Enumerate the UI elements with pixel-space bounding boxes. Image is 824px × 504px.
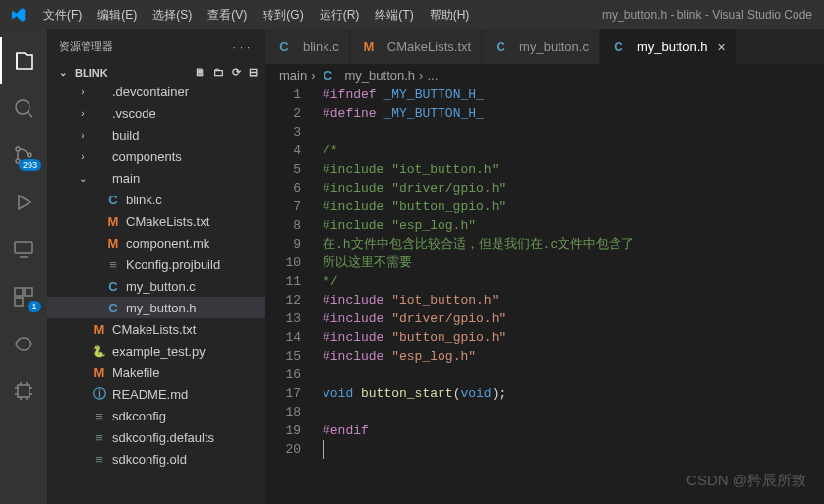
editor-tab[interactable]: Cblink.c bbox=[265, 29, 350, 64]
chevron-down-icon: ⌄ bbox=[75, 173, 90, 184]
tree-item-label: blink.c bbox=[126, 193, 162, 207]
collapse-icon[interactable]: ⊟ bbox=[249, 66, 258, 79]
code-line: /* bbox=[323, 141, 824, 160]
menu-item[interactable]: 编辑(E) bbox=[89, 0, 145, 29]
c-file-icon: C bbox=[320, 68, 337, 83]
line-number: 4 bbox=[265, 141, 301, 160]
line-number: 20 bbox=[265, 440, 301, 459]
chevron-right-icon: › bbox=[75, 108, 90, 119]
tab-label: my_button.c bbox=[519, 39, 589, 54]
file-sdkconfig-old[interactable]: ≡sdkconfig.old bbox=[47, 448, 265, 470]
scm-badge: 293 bbox=[19, 159, 41, 171]
debug-icon[interactable] bbox=[0, 179, 47, 226]
tree-item-label: main bbox=[112, 171, 140, 186]
editor-tab[interactable]: MCMakeLists.txt bbox=[350, 29, 482, 64]
file-makefile[interactable]: MMakefile bbox=[47, 362, 265, 383]
line-number: 3 bbox=[265, 123, 301, 141]
tree-item-label: my_button.c bbox=[126, 279, 196, 294]
close-icon[interactable]: × bbox=[717, 39, 725, 55]
menu-item[interactable]: 转到(G) bbox=[255, 0, 311, 29]
editor-tab[interactable]: Cmy_button.h× bbox=[600, 29, 736, 64]
file-type-icon: ≡ bbox=[90, 409, 108, 423]
file-my-button-c[interactable]: Cmy_button.c bbox=[47, 275, 265, 297]
line-number: 11 bbox=[265, 272, 301, 291]
menu-item[interactable]: 选择(S) bbox=[145, 0, 200, 29]
tree-item-label: component.mk bbox=[126, 236, 209, 251]
chevron-down-icon: ⌄ bbox=[55, 67, 71, 78]
breadcrumb[interactable]: main › C my_button.h › ... bbox=[265, 64, 824, 85]
file-type-icon: M bbox=[90, 322, 108, 337]
new-file-icon[interactable]: 🗎 bbox=[195, 66, 206, 79]
tree-item-label: my_button.h bbox=[126, 301, 197, 315]
source-control-icon[interactable]: 293 bbox=[0, 132, 47, 179]
line-number: 18 bbox=[265, 403, 301, 421]
menu-bar: 文件(F)编辑(E)选择(S)查看(V)转到(G)运行(R)终端(T)帮助(H) bbox=[35, 0, 477, 29]
line-number: 16 bbox=[265, 365, 301, 384]
file-my-button-h[interactable]: Cmy_button.h bbox=[47, 297, 265, 318]
code-line bbox=[323, 365, 824, 384]
menu-item[interactable]: 终端(T) bbox=[367, 0, 421, 29]
sidebar-more-icon[interactable]: ··· bbox=[233, 41, 254, 53]
file-type-icon: M bbox=[104, 236, 122, 251]
tab-label: blink.c bbox=[303, 39, 339, 54]
code-line: #include "driver/gpio.h" bbox=[323, 179, 824, 197]
breadcrumb-seg: main bbox=[279, 68, 307, 83]
file-component-mk[interactable]: Mcomponent.mk bbox=[47, 232, 265, 253]
code-line: #include "iot_button.h" bbox=[323, 160, 824, 179]
file-type-icon: ≡ bbox=[90, 430, 108, 445]
tree-item-label: sdkconfig bbox=[112, 409, 166, 423]
file-kconfig[interactable]: ≡Kconfig.projbuild bbox=[47, 253, 265, 275]
chevron-right-icon: › bbox=[419, 68, 423, 83]
root-label: BLINK bbox=[75, 67, 108, 79]
file-blink-c[interactable]: Cblink.c bbox=[47, 189, 265, 210]
file-example-test[interactable]: 🐍example_test.py bbox=[47, 340, 265, 362]
editor-tab[interactable]: Cmy_button.c bbox=[482, 29, 600, 64]
espressif-icon[interactable] bbox=[0, 320, 47, 367]
menu-item[interactable]: 帮助(H) bbox=[422, 0, 478, 29]
chevron-right-icon: › bbox=[75, 130, 90, 140]
chip-icon[interactable] bbox=[0, 367, 47, 415]
tree-item-label: sdkconfig.defaults bbox=[112, 430, 214, 445]
file-tree: ›.devcontainer›.vscode›build›components⌄… bbox=[47, 81, 265, 504]
line-number: 19 bbox=[265, 421, 301, 440]
file-sdkconfig[interactable]: ≡sdkconfig bbox=[47, 405, 265, 426]
code-editor[interactable]: 1234567891011121314151617181920 #ifndef … bbox=[265, 85, 824, 504]
remote-icon[interactable] bbox=[0, 226, 47, 273]
file-type-icon: M bbox=[104, 214, 122, 229]
menu-item[interactable]: 文件(F) bbox=[35, 0, 89, 29]
file-type-icon: 🐍 bbox=[90, 345, 108, 358]
extensions-icon[interactable]: 1 bbox=[0, 273, 47, 320]
file-type-icon: C bbox=[104, 301, 122, 315]
file-type-icon: ≡ bbox=[104, 257, 122, 272]
folder-vscode[interactable]: ›.vscode bbox=[47, 102, 265, 124]
file-type-icon: C bbox=[104, 279, 122, 294]
sidebar: 资源管理器 ··· ⌄ BLINK 🗎 🗀 ⟳ ⊟ ›.devcontainer… bbox=[47, 29, 265, 504]
code-content: #ifndef _MY_BUTTON_H_#define _MY_BUTTON_… bbox=[315, 85, 824, 504]
tree-item-label: Kconfig.projbuild bbox=[126, 257, 220, 272]
folder-devcontainer[interactable]: ›.devcontainer bbox=[47, 81, 265, 102]
code-line: #include "esp_log.h" bbox=[323, 347, 824, 365]
file-type-icon: M bbox=[360, 39, 378, 54]
file-root-cmakelists[interactable]: MCMakeLists.txt bbox=[47, 318, 265, 340]
explorer-root[interactable]: ⌄ BLINK 🗎 🗀 ⟳ ⊟ bbox=[47, 64, 265, 81]
explorer-icon[interactable] bbox=[0, 37, 47, 84]
vscode-logo-icon bbox=[10, 7, 26, 23]
file-main-cmakelists[interactable]: MCMakeLists.txt bbox=[47, 210, 265, 232]
ext-badge: 1 bbox=[28, 301, 41, 312]
svg-point-2 bbox=[16, 147, 20, 151]
folder-main[interactable]: ⌄main bbox=[47, 167, 265, 189]
menu-item[interactable]: 查看(V) bbox=[200, 0, 255, 29]
file-sdkconfig-defaults[interactable]: ≡sdkconfig.defaults bbox=[47, 426, 265, 448]
folder-build[interactable]: ›build bbox=[47, 124, 265, 145]
menu-item[interactable]: 运行(R) bbox=[312, 0, 368, 29]
line-gutter: 1234567891011121314151617181920 bbox=[265, 85, 315, 504]
folder-components[interactable]: ›components bbox=[47, 145, 265, 167]
search-icon[interactable] bbox=[0, 84, 47, 132]
new-folder-icon[interactable]: 🗀 bbox=[213, 66, 224, 79]
editor-area: Cblink.cMCMakeLists.txtCmy_button.cCmy_b… bbox=[265, 29, 824, 504]
refresh-icon[interactable]: ⟳ bbox=[232, 66, 241, 79]
svg-marker-5 bbox=[19, 196, 30, 209]
tree-item-label: .vscode bbox=[112, 106, 156, 121]
breadcrumb-seg: my_button.h bbox=[345, 68, 416, 83]
file-readme[interactable]: ⓘREADME.md bbox=[47, 383, 265, 405]
